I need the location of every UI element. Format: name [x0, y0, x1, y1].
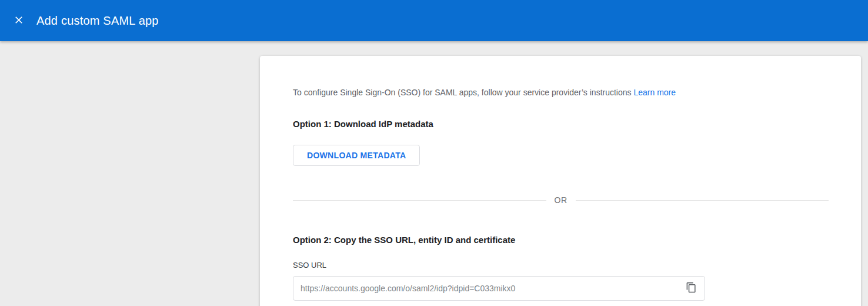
content-copy-icon [686, 282, 697, 295]
intro-text: To configure Single Sign-On (SSO) for SA… [293, 87, 828, 98]
or-divider: OR [293, 195, 829, 205]
download-metadata-button[interactable]: DOWNLOAD METADATA [293, 145, 420, 166]
close-button[interactable] [7, 9, 31, 32]
copy-sso-url-button[interactable] [681, 278, 701, 298]
saml-config-card: To configure Single Sign-On (SSO) for SA… [260, 56, 861, 306]
page-title: Add custom SAML app [36, 14, 159, 28]
or-divider-label: OR [546, 195, 576, 205]
learn-more-link[interactable]: Learn more [633, 88, 676, 97]
intro-text-body: To configure Single Sign-On (SSO) for SA… [293, 88, 632, 97]
dialog-header: Add custom SAML app [0, 0, 868, 41]
divider-line-right [576, 200, 829, 201]
option1-heading: Option 1: Download IdP metadata [293, 119, 828, 129]
option2-heading: Option 2: Copy the SSO URL, entity ID an… [293, 235, 828, 245]
sso-url-input[interactable] [293, 284, 681, 293]
close-icon [13, 14, 25, 28]
divider-line-left [293, 200, 546, 201]
sso-url-label: SSO URL [293, 261, 828, 270]
sso-url-field [293, 276, 705, 301]
